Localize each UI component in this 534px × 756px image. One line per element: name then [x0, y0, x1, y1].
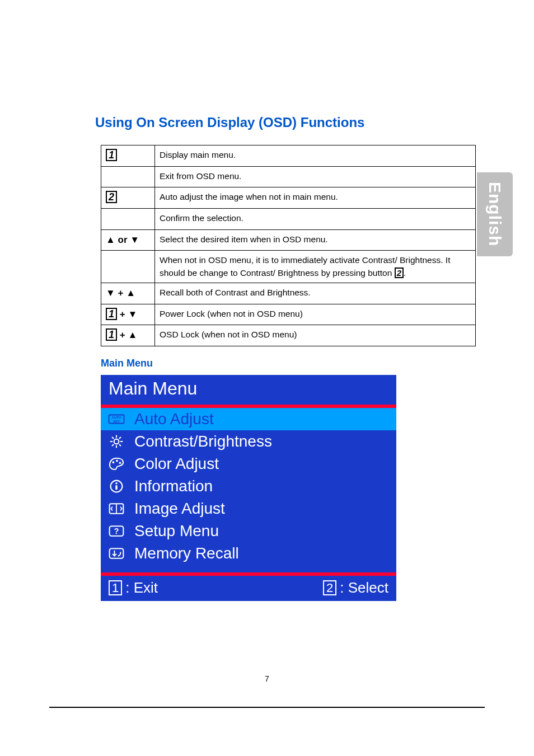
auto-set-icon: AUTOSET — [106, 411, 127, 428]
osd-items-list: AUTOSETAuto AdjustContrast/BrightnessCol… — [101, 408, 396, 565]
osd-item-label: Setup Menu — [134, 522, 219, 540]
osd-footer-left: 1 : Exit — [109, 579, 158, 597]
table-desc-cell: Auto adjust the image when not in main m… — [155, 187, 476, 209]
table-key-cell: 1 + ▼ — [101, 304, 155, 325]
table-row: 1Display main menu. — [101, 145, 476, 167]
question-icon: ? — [106, 523, 127, 539]
table-row: When not in OSD menu, it is to immediate… — [101, 251, 476, 283]
key-box: 2 — [106, 191, 117, 203]
table-row: Confirm the selection. — [101, 208, 476, 229]
table-key-cell — [101, 208, 155, 229]
osd-footer: 1 : Exit 2 : Select — [101, 576, 396, 601]
svg-text:SET: SET — [113, 420, 120, 423]
table-desc-cell: Power Lock (when not in OSD menu) — [155, 304, 476, 325]
table-key-cell: ▼ + ▲ — [101, 283, 155, 304]
table-row: ▲ or ▼Select the desired item when in OS… — [101, 229, 476, 251]
key-suffix: + ▲ — [117, 330, 137, 340]
language-tab-label: English — [485, 182, 504, 246]
table-key-cell: 2 — [101, 187, 155, 209]
table-key-cell — [101, 251, 155, 283]
svg-point-13 — [116, 460, 118, 462]
info-icon — [106, 478, 127, 495]
osd-menu-item[interactable]: Color Adjust — [101, 453, 396, 475]
key-box: 1 — [106, 149, 117, 161]
table-desc-cell: OSD Lock (when not in OSD menu) — [155, 325, 476, 346]
osd-footer-right-text: : Select — [340, 579, 388, 597]
table-row: ▼ + ▲Recall both of Contrast and Brightn… — [101, 283, 476, 304]
svg-line-11 — [119, 437, 121, 439]
inline-key-box: 2 — [395, 267, 404, 278]
svg-rect-17 — [115, 485, 117, 490]
table-desc-cell: Display main menu. — [155, 145, 476, 167]
image-icon — [106, 500, 127, 517]
svg-point-3 — [114, 439, 119, 444]
osd-item-label: Color Adjust — [134, 455, 219, 473]
table-key-cell: 1 — [101, 145, 155, 167]
osd-menu-item[interactable]: AUTOSETAuto Adjust — [101, 408, 396, 430]
osd-menu-item[interactable]: Contrast/Brightness — [101, 430, 396, 453]
key-suffix: + ▼ — [117, 309, 137, 320]
svg-line-9 — [112, 437, 114, 439]
osd-screenshot: Main Menu AUTOSETAuto AdjustContrast/Bri… — [101, 375, 396, 601]
table-row: 2Auto adjust the image when not in main … — [101, 187, 476, 209]
main-menu-heading: Main Menu — [101, 358, 484, 369]
osd-menu-item[interactable]: Information — [101, 475, 396, 497]
table-desc-cell: Exit from OSD menu. — [155, 166, 476, 187]
svg-rect-22 — [110, 548, 124, 558]
page-number: 7 — [0, 674, 534, 683]
svg-point-12 — [113, 461, 115, 463]
table-key-cell: ▲ or ▼ — [101, 229, 155, 251]
osd-menu-item[interactable]: Image Adjust — [101, 497, 396, 520]
table-desc-cell: Recall both of Contrast and Brightness. — [155, 283, 476, 304]
osd-item-label: Auto Adjust — [134, 410, 214, 428]
table-key-cell — [101, 166, 155, 187]
table-row: 1 + ▲OSD Lock (when not in OSD menu) — [101, 325, 476, 346]
osd-title-bar: Main Menu — [101, 375, 396, 408]
language-tab: English — [477, 172, 513, 256]
table-desc-cell: Select the desired item when in OSD menu… — [155, 229, 476, 251]
key-box: 1 — [106, 328, 117, 341]
osd-item-label: Image Adjust — [134, 500, 225, 518]
table-key-cell: 1 + ▲ — [101, 325, 155, 346]
recall-icon — [106, 545, 127, 562]
osd-menu-item[interactable]: Memory Recall — [101, 542, 396, 565]
table-row: Exit from OSD menu. — [101, 166, 476, 187]
table-row: 1 + ▼Power Lock (when not in OSD menu) — [101, 304, 476, 325]
key-box: 1 — [106, 308, 117, 320]
table-desc-cell: When not in OSD menu, it is to immediate… — [155, 251, 476, 283]
osd-footer-left-num: 1 — [109, 580, 122, 595]
osd-footer-left-text: : Exit — [125, 579, 158, 597]
osd-menu-item[interactable]: ?Setup Menu — [101, 520, 396, 542]
osd-functions-table: 1Display main menu. Exit from OSD menu.2… — [101, 145, 476, 346]
svg-point-16 — [115, 482, 117, 484]
svg-line-7 — [112, 444, 114, 446]
osd-item-label: Information — [134, 477, 213, 495]
osd-footer-right: 2 : Select — [323, 579, 388, 597]
palette-icon — [106, 456, 127, 472]
osd-item-label: Contrast/Brightness — [134, 433, 272, 450]
osd-item-label: Memory Recall — [134, 544, 239, 562]
footer-rule — [49, 707, 485, 708]
sun-icon — [106, 433, 127, 450]
section-heading: Using On Screen Display (OSD) Functions — [95, 115, 484, 130]
osd-title: Main Menu — [109, 378, 197, 398]
svg-point-14 — [119, 462, 121, 464]
svg-line-5 — [119, 444, 121, 446]
osd-footer-right-num: 2 — [323, 580, 336, 595]
svg-text:AUTO: AUTO — [112, 416, 121, 419]
svg-text:?: ? — [114, 527, 119, 536]
table-desc-cell: Confirm the selection. — [155, 208, 476, 229]
